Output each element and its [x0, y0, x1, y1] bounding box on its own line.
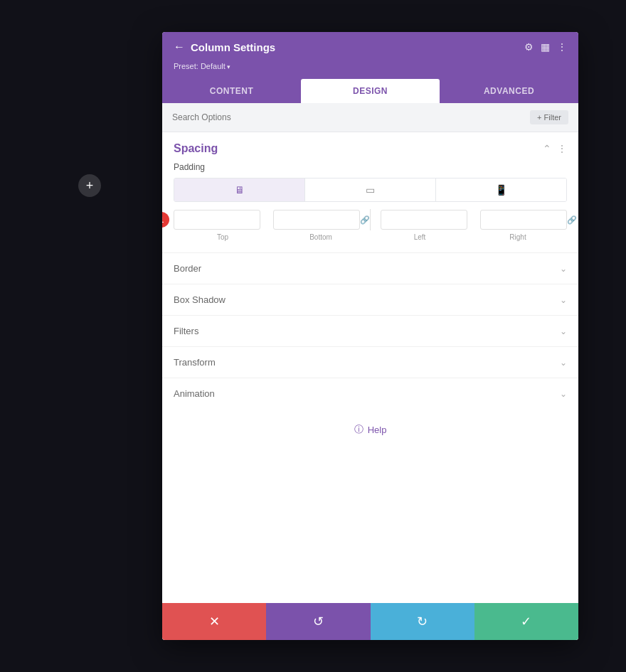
padding-inputs: 1 24vh 🔗 24vh 13% 🔗 13%	[174, 209, 567, 230]
help-row[interactable]: ⓘ Help	[162, 409, 578, 450]
device-tabs: 🖥 ▭ 📱	[174, 178, 567, 202]
section-border[interactable]: Border ⌄	[162, 252, 578, 284]
padding-right-group: 13%	[480, 210, 567, 230]
padding-label: Padding	[162, 162, 578, 178]
search-bar: + Filter	[162, 103, 578, 132]
help-icon: ⓘ	[354, 423, 364, 436]
panel-footer: ✕ ↺ ↻ ✓	[162, 603, 578, 640]
filter-button[interactable]: + Filter	[530, 110, 568, 124]
column-settings-panel: ← Column Settings ⚙ ▦ ⋮ Preset: Default …	[162, 32, 578, 640]
device-tab-tablet[interactable]: ▭	[305, 178, 436, 201]
padding-labels-right: Left Right	[371, 233, 567, 241]
preset-label[interactable]: Preset: Default	[174, 62, 230, 70]
redo-button[interactable]: ↻	[371, 603, 474, 640]
link-top-bottom-icon[interactable]: 🔗	[360, 215, 370, 225]
panel-body: Spacing ⌃ ⋮ Padding 🖥 ▭ 📱 1 24vh 🔗	[162, 132, 578, 603]
tab-bar: Content Design Advanced	[162, 79, 578, 103]
panel-header: ← Column Settings ⚙ ▦ ⋮ Preset: Default	[162, 32, 578, 79]
device-tab-desktop[interactable]: 🖥	[174, 178, 305, 201]
border-chevron: ⌄	[560, 264, 567, 274]
padding-labels-left: Top Bottom	[174, 233, 370, 241]
inputs-divider	[370, 209, 371, 230]
tab-design[interactable]: Design	[301, 79, 440, 103]
undo-button[interactable]: ↺	[266, 603, 370, 640]
device-tab-mobile[interactable]: 📱	[436, 178, 566, 201]
header-icons: ⚙ ▦ ⋮	[524, 41, 567, 53]
step-badge: 1	[162, 212, 169, 228]
section-box-shadow[interactable]: Box Shadow ⌄	[162, 284, 578, 315]
label-bottom: Bottom	[272, 233, 370, 241]
padding-labels-row: Top Bottom Left Right	[174, 233, 567, 241]
spacing-title: Spacing	[174, 142, 218, 155]
transform-chevron: ⌄	[560, 358, 567, 368]
padding-top-group: 24vh	[174, 210, 260, 230]
label-right: Right	[469, 233, 567, 241]
link-left-right-icon[interactable]: 🔗	[567, 215, 577, 225]
label-top: Top	[174, 233, 272, 241]
filters-label: Filters	[174, 326, 198, 336]
filters-chevron: ⌄	[560, 326, 567, 336]
tab-advanced[interactable]: Advanced	[440, 79, 578, 103]
back-arrow-icon[interactable]: ←	[174, 41, 185, 53]
tab-content[interactable]: Content	[162, 79, 301, 103]
section-animation[interactable]: Animation ⌄	[162, 378, 578, 409]
section-filters[interactable]: Filters ⌄	[162, 315, 578, 346]
save-button[interactable]: ✓	[474, 603, 578, 640]
search-input[interactable]	[172, 112, 530, 122]
spacing-section-header: Spacing ⌃ ⋮	[162, 132, 578, 162]
padding-top-input[interactable]: 24vh	[174, 210, 260, 230]
settings-icon[interactable]: ⚙	[524, 41, 534, 53]
animation-chevron: ⌄	[560, 389, 567, 399]
plus-button[interactable]: +	[78, 174, 101, 197]
padding-bottom-group: 24vh	[273, 210, 360, 230]
border-label: Border	[174, 263, 201, 274]
box-shadow-label: Box Shadow	[174, 294, 226, 305]
padding-right-input[interactable]: 13%	[480, 210, 567, 230]
title-left: ← Column Settings	[174, 41, 275, 53]
collapse-icon[interactable]: ⌃	[543, 143, 551, 154]
title-row: ← Column Settings ⚙ ▦ ⋮	[174, 41, 567, 53]
label-left: Left	[371, 233, 469, 241]
section-header-icons: ⌃ ⋮	[543, 143, 567, 154]
padding-left-group: 13%	[381, 210, 467, 230]
padding-bottom-input[interactable]: 24vh	[273, 210, 360, 230]
panel-title: Column Settings	[191, 41, 275, 53]
cancel-button[interactable]: ✕	[162, 603, 266, 640]
section-transform[interactable]: Transform ⌄	[162, 346, 578, 378]
box-shadow-chevron: ⌄	[560, 295, 567, 305]
padding-left-input[interactable]: 13%	[381, 210, 467, 230]
help-label: Help	[368, 425, 387, 435]
more-icon[interactable]: ⋮	[557, 41, 567, 53]
transform-label: Transform	[174, 357, 216, 368]
section-more-icon[interactable]: ⋮	[557, 143, 567, 154]
animation-label: Animation	[174, 388, 215, 399]
preset-row: Preset: Default	[174, 59, 567, 72]
columns-icon[interactable]: ▦	[541, 41, 550, 53]
